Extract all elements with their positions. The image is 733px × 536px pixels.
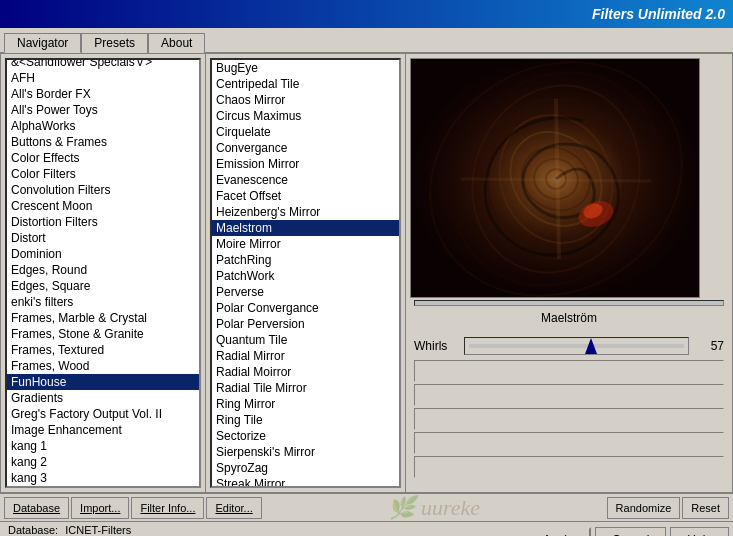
watermark-text: 🌿 uureke bbox=[388, 495, 480, 520]
reset-button[interactable]: Reset bbox=[682, 497, 729, 519]
param-row-3 bbox=[414, 408, 724, 430]
filter-item[interactable]: Circus Maximus bbox=[212, 108, 399, 124]
filter-item[interactable]: Centripedal Tile bbox=[212, 76, 399, 92]
filter-panel: BugEyeCentripedal TileChaos MirrorCircus… bbox=[206, 54, 406, 492]
main-content: &<Sandflower Specials'v'>AFHAll's Border… bbox=[0, 53, 733, 493]
database-value: ICNET-Filters bbox=[65, 524, 131, 536]
category-item[interactable]: Frames, Marble & Crystal bbox=[7, 310, 199, 326]
filter-list-container: BugEyeCentripedal TileChaos MirrorCircus… bbox=[210, 58, 401, 488]
category-item[interactable]: kang 2 bbox=[7, 454, 199, 470]
filter-item[interactable]: Quantum Tile bbox=[212, 332, 399, 348]
category-item[interactable]: AlphaWorks bbox=[7, 118, 199, 134]
param-row-4 bbox=[414, 432, 724, 454]
category-item[interactable]: Image Enhancement bbox=[7, 422, 199, 438]
category-item[interactable]: Frames, Textured bbox=[7, 342, 199, 358]
apply-button[interactable]: Apply bbox=[525, 527, 591, 537]
param-row-5 bbox=[414, 456, 724, 478]
filter-item[interactable]: SpyroZag bbox=[212, 460, 399, 476]
tab-about[interactable]: About bbox=[148, 33, 205, 53]
param-row-1 bbox=[414, 360, 724, 382]
tab-presets[interactable]: Presets bbox=[81, 33, 148, 53]
category-item[interactable]: All's Power Toys bbox=[7, 102, 199, 118]
filter-item[interactable]: Radial Tile Mirror bbox=[212, 380, 399, 396]
randomize-button[interactable]: Randomize bbox=[607, 497, 681, 519]
bottom-toolbar: Database Import... Filter Info... Editor… bbox=[0, 493, 733, 521]
filter-item[interactable]: Sierpenski's Mirror bbox=[212, 444, 399, 460]
status-info: Database: ICNET-Filters Filters: 649 bbox=[0, 520, 521, 536]
editor-button[interactable]: Editor... bbox=[206, 497, 261, 519]
param-row-2 bbox=[414, 384, 724, 406]
filter-item[interactable]: PatchRing bbox=[212, 252, 399, 268]
filter-item[interactable]: Ring Tile bbox=[212, 412, 399, 428]
status-database: Database: ICNET-Filters bbox=[8, 522, 513, 536]
database-button[interactable]: Database bbox=[4, 497, 69, 519]
filter-item[interactable]: BugEye bbox=[212, 60, 399, 76]
filter-item[interactable]: Facet Offset bbox=[212, 188, 399, 204]
help-button[interactable]: Help bbox=[670, 527, 729, 537]
param-label-0: Whirls bbox=[414, 339, 464, 353]
category-list[interactable]: &<Sandflower Specials'v'>AFHAll's Border… bbox=[7, 60, 199, 486]
filter-item[interactable]: Perverse bbox=[212, 284, 399, 300]
whirls-slider[interactable] bbox=[469, 344, 684, 348]
filter-item[interactable]: Sectorize bbox=[212, 428, 399, 444]
category-item[interactable]: Gradients bbox=[7, 390, 199, 406]
category-item[interactable]: Frames, Wood bbox=[7, 358, 199, 374]
svg-line-13 bbox=[461, 179, 651, 181]
category-item[interactable]: Greg's Factory Output Vol. II bbox=[7, 406, 199, 422]
app-title: Filters Unlimited 2.0 bbox=[592, 6, 725, 22]
filter-item[interactable]: Convergance bbox=[212, 140, 399, 156]
filter-item[interactable]: Polar Perversion bbox=[212, 316, 399, 332]
category-item[interactable]: Buttons & Frames bbox=[7, 134, 199, 150]
preview-svg bbox=[411, 59, 700, 298]
tab-bar: Navigator Presets About bbox=[0, 28, 733, 53]
filter-item[interactable]: PatchWork bbox=[212, 268, 399, 284]
category-item[interactable]: FunHouse bbox=[7, 374, 199, 390]
title-bar: Filters Unlimited 2.0 bbox=[0, 0, 733, 28]
category-item[interactable]: Color Effects bbox=[7, 150, 199, 166]
database-label: Database: bbox=[8, 524, 58, 536]
category-item[interactable]: Edges, Square bbox=[7, 278, 199, 294]
import-button[interactable]: Import... bbox=[71, 497, 129, 519]
category-item[interactable]: Dominion bbox=[7, 246, 199, 262]
action-buttons: Apply Cancel Help bbox=[521, 523, 733, 537]
tab-navigator[interactable]: Navigator bbox=[4, 33, 81, 53]
category-item[interactable]: AFH bbox=[7, 70, 199, 86]
progress-bar-area bbox=[410, 298, 728, 308]
category-item[interactable]: kang 1 bbox=[7, 438, 199, 454]
category-item[interactable]: kang 3 bbox=[7, 470, 199, 486]
param-row-0: Whirls 57 bbox=[414, 334, 724, 358]
category-item[interactable]: Distort bbox=[7, 230, 199, 246]
filter-item[interactable]: Maelstrom bbox=[212, 220, 399, 236]
category-item[interactable]: Crescent Moon bbox=[7, 198, 199, 214]
category-list-container: &<Sandflower Specials'v'>AFHAll's Border… bbox=[5, 58, 201, 488]
category-item[interactable]: Distortion Filters bbox=[7, 214, 199, 230]
filter-item[interactable]: Radial Mirror bbox=[212, 348, 399, 364]
params-area: Whirls 57 bbox=[410, 328, 728, 488]
filter-item[interactable]: Radial Moirror bbox=[212, 364, 399, 380]
category-item[interactable]: &<Sandflower Specials'v'> bbox=[7, 60, 199, 70]
progress-bar bbox=[414, 300, 724, 306]
filter-item[interactable]: Emission Mirror bbox=[212, 156, 399, 172]
preview-label: Maelström bbox=[410, 308, 728, 328]
status-bar: Database: ICNET-Filters Filters: 649 App… bbox=[0, 521, 733, 536]
cancel-button[interactable]: Cancel bbox=[595, 527, 666, 537]
filter-info-button[interactable]: Filter Info... bbox=[131, 497, 204, 519]
filter-list[interactable]: BugEyeCentripedal TileChaos MirrorCircus… bbox=[212, 60, 399, 486]
param-value-0: 57 bbox=[689, 339, 724, 353]
filter-item[interactable]: Heizenberg's Mirror bbox=[212, 204, 399, 220]
filter-item[interactable]: Ring Mirror bbox=[212, 396, 399, 412]
category-panel: &<Sandflower Specials'v'>AFHAll's Border… bbox=[1, 54, 206, 492]
filter-item[interactable]: Moire Mirror bbox=[212, 236, 399, 252]
filter-item[interactable]: Evanescence bbox=[212, 172, 399, 188]
category-item[interactable]: All's Border FX bbox=[7, 86, 199, 102]
category-item[interactable]: Color Filters bbox=[7, 166, 199, 182]
filter-item[interactable]: Polar Convergance bbox=[212, 300, 399, 316]
filter-item[interactable]: Chaos Mirror bbox=[212, 92, 399, 108]
category-item[interactable]: enki's filters bbox=[7, 294, 199, 310]
right-panel: Maelström Whirls 57 bbox=[406, 54, 732, 492]
category-item[interactable]: Convolution Filters bbox=[7, 182, 199, 198]
category-item[interactable]: Frames, Stone & Granite bbox=[7, 326, 199, 342]
category-item[interactable]: Edges, Round bbox=[7, 262, 199, 278]
filter-item[interactable]: Streak Mirror bbox=[212, 476, 399, 486]
filter-item[interactable]: Cirquelate bbox=[212, 124, 399, 140]
